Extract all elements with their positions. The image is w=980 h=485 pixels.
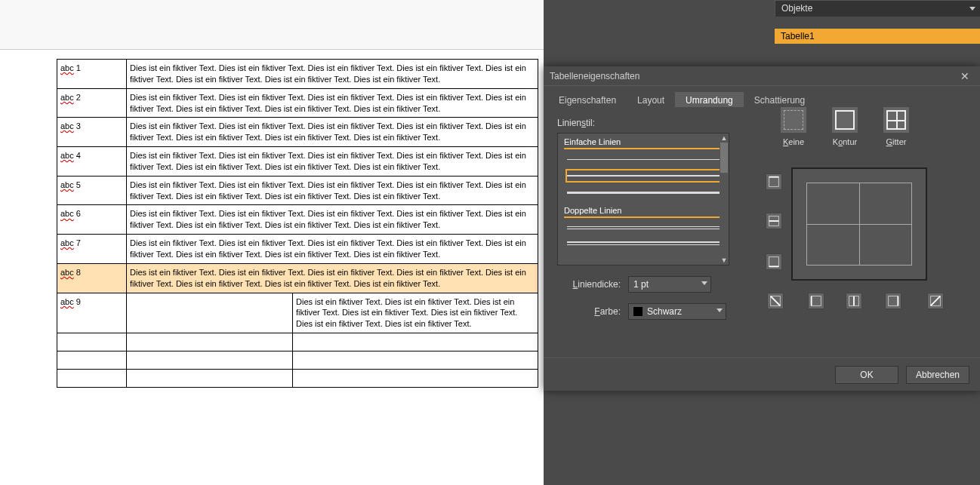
group-divider: [564, 148, 723, 149]
color-swatch-icon: [633, 307, 643, 316]
preset-none[interactable]: Keine: [778, 107, 809, 146]
color-combo[interactable]: Schwarz: [628, 303, 726, 320]
border-preset-row: Keine Kontur Gitter: [755, 107, 980, 146]
table-cell-text[interactable]: Dies ist ein fiktiver Text. Dies ist ein…: [127, 118, 538, 147]
edge-toggle-diag-up[interactable]: [927, 293, 944, 309]
table-row-empty[interactable]: [57, 369, 538, 387]
edge-toggle-h-middle[interactable]: [766, 213, 782, 229]
table-row-empty[interactable]: [57, 333, 538, 351]
edge-toggle-right[interactable]: [885, 293, 901, 309]
table-cell-text[interactable]: Dies ist ein fiktiver Text. Dies ist ein…: [127, 205, 538, 235]
group-divider: [564, 216, 723, 218]
tab-schattierung[interactable]: Schattierung: [744, 92, 815, 107]
edge-toggle-diag-down[interactable]: [767, 293, 784, 309]
style-list-scrollbar[interactable]: ▲ ▼: [720, 134, 729, 265]
objects-panel-body: Tabelle1: [775, 23, 980, 53]
line-style-double-thin[interactable]: [566, 223, 721, 233]
scroll-thumb[interactable]: [720, 143, 728, 173]
content-table[interactable]: abc 1Dies ist ein fiktiver Text. Dies is…: [57, 59, 538, 388]
thickness-combo[interactable]: 1 pt: [628, 276, 711, 293]
table-properties-dialog: Tabelleneigenschaften ✕ EigenschaftenLay…: [544, 66, 980, 391]
scroll-down-icon[interactable]: ▼: [720, 256, 729, 265]
dialog-close-button[interactable]: ✕: [950, 66, 980, 86]
document-paper[interactable]: abc 1Dies ist ein fiktiver Text. Dies is…: [0, 0, 544, 485]
table-cell-label[interactable]: abc 1: [57, 60, 127, 89]
table-cell-label[interactable]: abc 7: [57, 235, 127, 264]
edge-toggle-v-middle[interactable]: [846, 293, 862, 309]
svg-line-15: [931, 296, 941, 306]
dialog-tabs: EigenschaftenLayoutUmrandungSchattierung: [544, 86, 980, 107]
line-style-medium-selected[interactable]: [566, 169, 721, 183]
table-cell-label[interactable]: abc 5: [57, 176, 127, 205]
preset-grid-icon: [883, 107, 909, 133]
table-cell-empty[interactable]: [127, 333, 293, 351]
table-cell-empty[interactable]: [293, 369, 538, 387]
color-value: Schwarz: [647, 306, 682, 317]
table-row[interactable]: abc 8Dies ist ein fiktiver Text. Dies is…: [57, 263, 538, 293]
table-cell-empty[interactable]: [127, 369, 293, 387]
line-style-thick[interactable]: [566, 187, 721, 198]
table-row[interactable]: abc 5Dies ist ein fiktiver Text. Dies is…: [57, 176, 538, 205]
table-cell-empty[interactable]: [127, 351, 293, 369]
tab-layout[interactable]: Layout: [627, 92, 675, 107]
table-cell-text[interactable]: Dies ist ein fiktiver Text. Dies ist ein…: [127, 60, 538, 89]
table-row[interactable]: abc 1Dies ist ein fiktiver Text. Dies is…: [57, 60, 538, 89]
table-cell-text[interactable]: Dies ist ein fiktiver Text. Dies ist ein…: [293, 293, 538, 333]
cancel-button[interactable]: Abbrechen: [906, 366, 969, 384]
line-style-list[interactable]: Einfache Linien Doppelte Linien ▲ ▼: [557, 133, 729, 266]
preset-grid[interactable]: Gitter: [880, 107, 912, 146]
dialog-titlebar[interactable]: Tabelleneigenschaften ✕: [544, 66, 980, 86]
thickness-value: 1 pt: [633, 279, 649, 290]
object-item[interactable]: Tabelle1: [775, 29, 980, 44]
table-cell-text[interactable]: Dies ist ein fiktiver Text. Dies ist ein…: [127, 263, 538, 293]
ok-button[interactable]: OK: [835, 366, 898, 384]
preset-outline-icon: [832, 107, 858, 133]
edge-toggle-bottom[interactable]: [766, 253, 782, 270]
table-row[interactable]: abc 7Dies ist ein fiktiver Text. Dies is…: [57, 235, 538, 264]
table-cell-text[interactable]: Dies ist ein fiktiver Text. Dies ist ein…: [127, 235, 538, 264]
table-cell-label[interactable]: abc 8: [57, 263, 127, 293]
style-group-simple: Einfache Linien: [558, 134, 729, 148]
line-style-double-med[interactable]: [566, 238, 721, 248]
color-label: Farbe:: [557, 306, 621, 317]
table-row[interactable]: abc 6Dies ist ein fiktiver Text. Dies is…: [57, 205, 538, 235]
table-row-empty[interactable]: [57, 351, 538, 369]
preset-outline[interactable]: Kontur: [829, 107, 861, 146]
document-area: abc 1Dies ist ein fiktiver Text. Dies is…: [0, 0, 596, 485]
border-preview[interactable]: [791, 167, 927, 281]
line-style-hairline[interactable]: [566, 154, 721, 164]
table-cell-empty[interactable]: [293, 333, 538, 351]
table-cell-empty[interactable]: [293, 351, 538, 369]
table-cell-empty[interactable]: [57, 333, 127, 351]
svg-rect-8: [812, 296, 821, 306]
table-row[interactable]: abc 2Dies ist ein fiktiver Text. Dies is…: [57, 88, 538, 118]
table-row[interactable]: abc 4Dies ist ein fiktiver Text. Dies is…: [57, 147, 538, 177]
table-cell-empty[interactable]: [127, 293, 293, 333]
table-cell-label[interactable]: abc 9: [57, 293, 127, 333]
table-cell-text[interactable]: Dies ist ein fiktiver Text. Dies ist ein…: [127, 147, 538, 177]
edge-toggle-left[interactable]: [808, 293, 824, 309]
table-cell-text[interactable]: Dies ist ein fiktiver Text. Dies ist ein…: [127, 176, 538, 205]
table-cell-text[interactable]: Dies ist ein fiktiver Text. Dies ist ein…: [127, 88, 538, 118]
close-icon: ✕: [960, 70, 969, 82]
table-row[interactable]: abc 3Dies ist ein fiktiver Text. Dies is…: [57, 118, 538, 147]
svg-line-7: [771, 296, 781, 306]
table-cell-label[interactable]: abc 4: [57, 147, 127, 177]
scroll-up-icon[interactable]: ▲: [720, 134, 729, 143]
table-cell-label[interactable]: abc 2: [57, 88, 127, 118]
border-preview-grid: [806, 183, 912, 266]
table-cell-label[interactable]: abc 6: [57, 205, 127, 235]
tab-eigenschaften[interactable]: Eigenschaften: [548, 92, 627, 107]
page-header-margin: [0, 0, 544, 49]
table-cell-empty[interactable]: [57, 351, 127, 369]
objects-panel-header[interactable]: Objekte: [775, 0, 980, 17]
edge-toggle-top[interactable]: [766, 173, 782, 190]
table-cell-label[interactable]: abc 3: [57, 118, 127, 147]
table-cell-empty[interactable]: [57, 369, 127, 387]
table-row[interactable]: abc 9Dies ist ein fiktiver Text. Dies is…: [57, 293, 538, 333]
svg-rect-12: [889, 296, 898, 306]
margin-guide: [0, 49, 544, 50]
svg-rect-4: [769, 257, 779, 267]
tab-umrandung[interactable]: Umrandung: [675, 92, 744, 107]
style-group-double: Doppelte Linien: [558, 202, 729, 216]
